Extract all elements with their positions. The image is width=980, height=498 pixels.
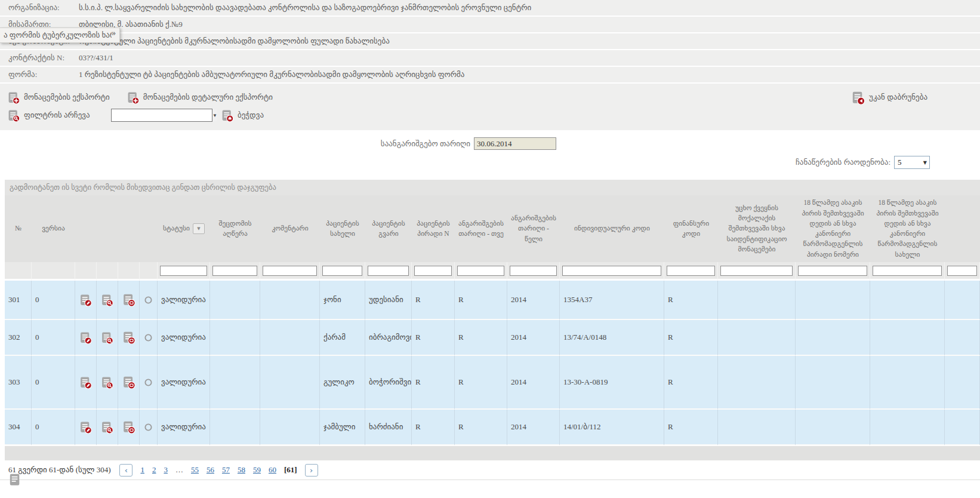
col-header-status[interactable]: სტატუსი ▼ <box>158 195 210 262</box>
col-header-report-month[interactable]: ანგარიშგების თარიღი - თვე <box>455 195 507 262</box>
report-date-input[interactable] <box>474 137 556 150</box>
table-row[interactable]: 301 0 ვალიდურია ჯონი უდესიანი R R 2014 1… <box>5 281 980 320</box>
page-link-57[interactable]: 57 <box>222 465 230 475</box>
cell-guardian-name <box>870 356 945 410</box>
cell-first-name: ჯონი <box>320 281 365 320</box>
cell-comment <box>260 410 320 445</box>
page-link-1[interactable]: 1 <box>140 465 144 475</box>
filter-input-personal-n[interactable] <box>414 266 452 276</box>
col-header-error[interactable]: შეცდომის აღწერა <box>210 195 260 262</box>
col-header-first-name[interactable]: პაციენტის სახელი <box>320 195 365 262</box>
filter-input-overflow[interactable] <box>947 266 977 276</box>
edit-record-icon[interactable] <box>79 331 92 344</box>
filter-input-report-year[interactable] <box>510 266 557 276</box>
select-record-radio[interactable] <box>143 333 153 343</box>
copy-record-icon[interactable] <box>122 420 135 434</box>
cell-guardian-name <box>870 410 945 445</box>
col-header-personal-n[interactable]: პაციენტის პირადი N <box>412 195 455 262</box>
copy-record-icon[interactable] <box>122 331 135 344</box>
filter-combobox-dropdown-icon[interactable]: ▼ <box>212 109 217 121</box>
table-row[interactable]: 303 0 ვალიდურია გულიკო ბოჭორიშვილი R R 2… <box>5 356 980 410</box>
go-back-button[interactable]: უკან დაბრუნება <box>851 91 927 104</box>
filter-input-comment[interactable] <box>263 266 317 276</box>
select-record-radio[interactable] <box>143 377 153 388</box>
col-header-guardian-id[interactable]: 18 წლამდე ასაკის პირის შემთხვევაში დედის… <box>796 195 870 262</box>
filter-input-last-name[interactable] <box>368 266 409 276</box>
next-page-button[interactable]: › <box>305 464 318 477</box>
view-record-icon[interactable] <box>101 376 113 389</box>
cell-version: 0 <box>32 356 75 410</box>
print-button[interactable]: ბეჭდვა <box>221 109 264 122</box>
status-filter-dropdown-icon[interactable]: ▼ <box>193 223 205 234</box>
subcomponent-value: რეზისტენტული პაციენტების მკურნალობისადმი… <box>79 36 390 46</box>
select-record-radio[interactable] <box>143 295 153 305</box>
filter-combobox[interactable]: ▼ <box>111 109 212 122</box>
page-link-3[interactable]: 3 <box>164 465 168 475</box>
edit-record-icon[interactable] <box>79 294 92 306</box>
col-header-foreign-id[interactable]: უცხო ქვეყნის მოქალაქის შემთხვევაში სხვა … <box>718 195 796 262</box>
select-record-radio[interactable] <box>143 422 153 432</box>
info-row-organization: ორგანიზაცია: ს.ს.ი.პ. ლ.საყვარელიძის სახ… <box>0 0 980 16</box>
cell-status: ვალიდურია <box>158 410 210 445</box>
filter-input-error[interactable] <box>212 266 257 276</box>
tooltip-expand-chevron[interactable]: » <box>112 29 119 42</box>
col-header-copy <box>118 195 140 262</box>
col-header-guardian-name[interactable]: 18 წლამდე ასაკის პირის შემთხვევაში დედის… <box>870 195 945 262</box>
filter-input-first-name[interactable] <box>322 266 362 276</box>
bottom-export-button[interactable] <box>8 473 23 487</box>
col-header-number[interactable]: № <box>5 195 32 262</box>
filter-input-guardian-name[interactable] <box>873 266 942 276</box>
cell-report-year: 2014 <box>507 356 560 410</box>
filter-input-foreign-id[interactable] <box>720 266 793 276</box>
filter-combobox-input[interactable] <box>112 109 212 121</box>
edit-record-icon[interactable] <box>79 376 92 389</box>
page-link-2[interactable]: 2 <box>152 465 156 475</box>
document-icon <box>8 473 23 487</box>
cell-error <box>210 410 260 445</box>
filter-input-financial-code[interactable] <box>667 266 715 276</box>
select-arrow-icon: ▼ <box>923 160 929 165</box>
col-header-individual-code[interactable]: ინდივიდუალური კოდი <box>560 195 664 262</box>
edit-record-icon[interactable] <box>79 421 92 434</box>
table-row[interactable]: 304 0 ვალიდურია ჯამბული ხარძიანი R R 201… <box>5 410 980 445</box>
copy-record-icon[interactable] <box>122 293 135 306</box>
col-header-report-year[interactable]: ანგარიშგების თარიღი - წელი <box>507 195 560 262</box>
cell-report-month: R <box>455 281 507 320</box>
table-row[interactable]: 302 0 ვალიდურია ქარამ იბრაგიმოვი R R 201… <box>5 320 980 356</box>
page-link-60[interactable]: 60 <box>269 465 276 475</box>
records-count-select[interactable]: 5 ▼ <box>894 156 930 169</box>
view-record-icon[interactable] <box>101 331 113 344</box>
export-detailed-button[interactable]: მონაცემების დეტალური ექსპორტი <box>127 91 273 104</box>
report-date-label: საანგარიშგებო თარიღი <box>0 139 470 149</box>
page-link-56[interactable]: 56 <box>207 465 214 475</box>
cell-overflow <box>945 281 980 320</box>
view-record-icon[interactable] <box>101 421 113 434</box>
col-header-select <box>140 195 158 262</box>
filter-input-guardian-id[interactable] <box>798 266 867 276</box>
filter-input-report-month[interactable] <box>457 266 504 276</box>
page-link-59[interactable]: 59 <box>253 465 261 475</box>
cell-individual-code: 14/01/ბ/112 <box>560 410 664 445</box>
report-info-panel: ორგანიზაცია: ს.ს.ი.პ. ლ.საყვარელიძის სახ… <box>0 0 980 82</box>
col-header-financial-code[interactable]: ფინანსური კოდი <box>664 195 718 262</box>
export-data-button[interactable]: მონაცემების ექსპორტი <box>7 91 110 104</box>
cell-error <box>210 320 260 356</box>
cell-status: ვალიდურია <box>158 320 210 356</box>
filter-input-status[interactable] <box>160 266 207 276</box>
col-header-comment[interactable]: კომენტარი <box>260 195 320 262</box>
col-header-last-name[interactable]: პაციენტის გვარი <box>365 195 412 262</box>
group-by-hint-bar[interactable]: გადმოიტანეთ ის სვეტი რომლის მიხედვითაც გ… <box>5 180 980 195</box>
filter-input-individual-code[interactable] <box>562 266 661 276</box>
view-record-icon[interactable] <box>101 294 113 306</box>
page-link-55[interactable]: 55 <box>191 465 199 475</box>
cell-number: 303 <box>5 356 32 410</box>
choose-filter-button[interactable]: ფილტრის არჩევა <box>7 109 103 122</box>
grid-filter-row <box>5 262 980 281</box>
cell-last-name: ხარძიანი <box>365 410 412 445</box>
prev-page-button[interactable]: ‹ <box>119 464 132 477</box>
col-header-version[interactable]: ვერსია <box>32 195 75 262</box>
cell-financial-code: R <box>664 320 718 356</box>
info-row-form: ფორმა: 1 რეზისტენტული ტბ პაციენტების ამბ… <box>0 67 980 82</box>
page-link-58[interactable]: 58 <box>238 465 245 475</box>
copy-record-icon[interactable] <box>122 376 135 389</box>
